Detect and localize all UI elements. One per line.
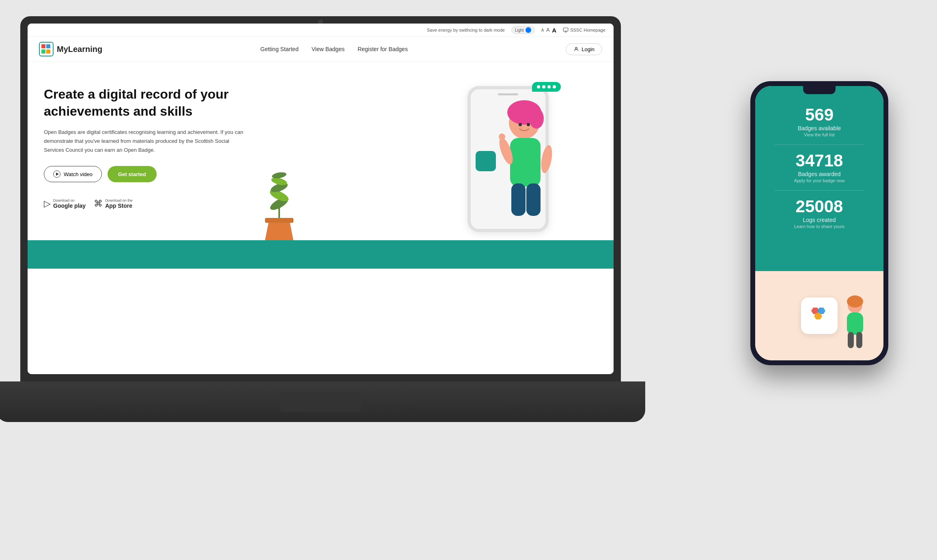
google-play-big-text: Google play <box>53 202 86 209</box>
user-icon <box>573 46 579 52</box>
logs-created-label: Logs created <box>794 217 844 223</box>
svg-point-9 <box>539 144 554 174</box>
svg-point-30 <box>847 295 863 308</box>
logo-block-green <box>41 50 45 54</box>
app-store-small-text: Download on the <box>105 198 133 202</box>
hero-description: Open Badges are digital certificates rec… <box>44 128 247 155</box>
font-small[interactable]: A <box>541 28 544 32</box>
hero-text: Create a digital record of your achievem… <box>44 78 247 209</box>
monitor-icon <box>563 27 569 33</box>
phone-person <box>835 295 875 360</box>
nav-register-badges[interactable]: Register for Badges <box>358 46 408 52</box>
nav-bar: MyLearning Getting Started View Badges R… <box>28 37 614 62</box>
phone-device: 569 Badges available View the full list … <box>750 81 888 365</box>
logs-created-number: 25008 <box>794 198 844 215</box>
energy-save-item: Save energy by swithcing to dark mode <box>427 28 505 32</box>
nav-view-badges[interactable]: View Badges <box>312 46 345 52</box>
google-play-text: Download on Google play <box>53 198 86 209</box>
svg-point-6 <box>529 108 544 129</box>
light-toggle[interactable]: Light <box>511 26 535 34</box>
get-started-label: Get started <box>118 171 146 177</box>
chat-bubble <box>532 82 561 92</box>
svg-point-10 <box>499 134 505 140</box>
laptop-device: Save energy by swithcing to dark mode Li… <box>20 16 621 422</box>
badges-available-number: 569 <box>798 106 841 123</box>
stat-divider-1 <box>775 144 864 145</box>
hero-buttons: Watch video Get started <box>44 166 247 182</box>
font-controls: A A A <box>541 27 557 34</box>
phone-outer: 569 Badges available View the full list … <box>750 81 888 365</box>
bubble-dot-2 <box>542 85 545 88</box>
svg-rect-16 <box>265 218 293 223</box>
bubble-dot-1 <box>537 85 540 88</box>
font-large[interactable]: A <box>552 27 556 34</box>
apple-icon: ⌘ <box>94 198 103 209</box>
svg-point-13 <box>519 123 522 126</box>
stat-divider-2 <box>775 190 864 191</box>
svg-rect-11 <box>511 183 526 216</box>
svg-rect-15 <box>476 151 496 171</box>
svg-rect-27 <box>847 312 863 335</box>
hero-title: Create a digital record of your achievem… <box>44 86 247 120</box>
watch-video-label: Watch video <box>64 171 93 177</box>
get-started-button[interactable]: Get started <box>108 166 157 182</box>
app-store-text: Download on the App Store <box>105 198 133 209</box>
laptop-trackpad <box>280 392 361 412</box>
google-play-badge[interactable]: ▷ Download on Google play <box>44 198 86 209</box>
scene: Save energy by swithcing to dark mode Li… <box>0 0 937 560</box>
laptop-screen: Save energy by swithcing to dark mode Li… <box>28 24 614 374</box>
badges-available-link[interactable]: View the full list <box>798 132 841 137</box>
teal-footer-strip <box>28 240 614 269</box>
hero-section: Create a digital record of your achievem… <box>28 62 614 240</box>
hero-visual <box>247 78 597 240</box>
website: Save energy by swithcing to dark mode Li… <box>28 24 614 374</box>
app-store-big-text: App Store <box>105 202 133 209</box>
badges-available-stat: 569 Badges available View the full list <box>798 102 841 141</box>
svg-point-14 <box>527 123 530 126</box>
bubble-dot-3 <box>547 85 551 88</box>
light-label: Light <box>515 28 524 32</box>
svg-rect-12 <box>526 183 541 216</box>
laptop-base <box>0 381 645 422</box>
bubble-dot-4 <box>553 85 556 88</box>
logo-area: MyLearning <box>39 42 102 56</box>
watch-video-button[interactable]: Watch video <box>44 166 102 182</box>
svg-rect-28 <box>848 332 854 348</box>
svg-point-3 <box>575 47 577 49</box>
nav-getting-started[interactable]: Getting Started <box>261 46 299 52</box>
badge-icon-svg <box>807 306 831 326</box>
badges-awarded-stat: 34718 Badges awarded Apply for your badg… <box>794 148 845 187</box>
logs-created-link[interactable]: Learn how to share yours <box>794 224 844 229</box>
google-play-small-text: Download on <box>53 198 86 202</box>
logo-icon <box>39 42 54 56</box>
play-triangle <box>56 172 59 176</box>
app-store-badge[interactable]: ⌘ Download on the App Store <box>94 198 133 209</box>
svg-rect-7 <box>510 138 541 187</box>
google-play-icon: ▷ <box>44 198 51 209</box>
login-label: Login <box>582 46 595 52</box>
nav-links: Getting Started View Badges Register for… <box>261 46 408 52</box>
font-medium[interactable]: A <box>546 27 549 33</box>
phone-inner: 569 Badges available View the full list … <box>755 86 883 360</box>
sssc-homepage-text: SSSC Homepage <box>570 28 605 32</box>
badge-icon-container <box>801 297 838 334</box>
logo-text: MyLearning <box>57 45 102 54</box>
badges-awarded-label: Badges awarded <box>794 171 845 177</box>
logo-block-blue <box>46 44 50 48</box>
laptop-body: Save energy by swithcing to dark mode Li… <box>20 16 621 381</box>
logs-created-stat: 25008 Logs created Learn how to share yo… <box>794 194 844 233</box>
phone-stats-section: 569 Badges available View the full list … <box>755 86 883 271</box>
person-illustration <box>451 94 565 240</box>
energy-save-text: Save energy by swithcing to dark mode <box>427 28 505 32</box>
phone-bottom-section <box>755 271 883 360</box>
logo-block-red <box>41 44 45 48</box>
badges-awarded-link[interactable]: Apply for your badge now <box>794 178 845 183</box>
plant-illustration <box>255 159 304 240</box>
sssc-homepage-link[interactable]: SSSC Homepage <box>563 27 605 33</box>
store-badges: ▷ Download on Google play ⌘ Dow <box>44 198 247 209</box>
top-bar: Save energy by swithcing to dark mode Li… <box>28 24 614 37</box>
phone-notch <box>803 86 836 94</box>
badges-awarded-number: 34718 <box>794 152 845 169</box>
login-button[interactable]: Login <box>566 43 602 55</box>
play-icon <box>53 170 60 178</box>
